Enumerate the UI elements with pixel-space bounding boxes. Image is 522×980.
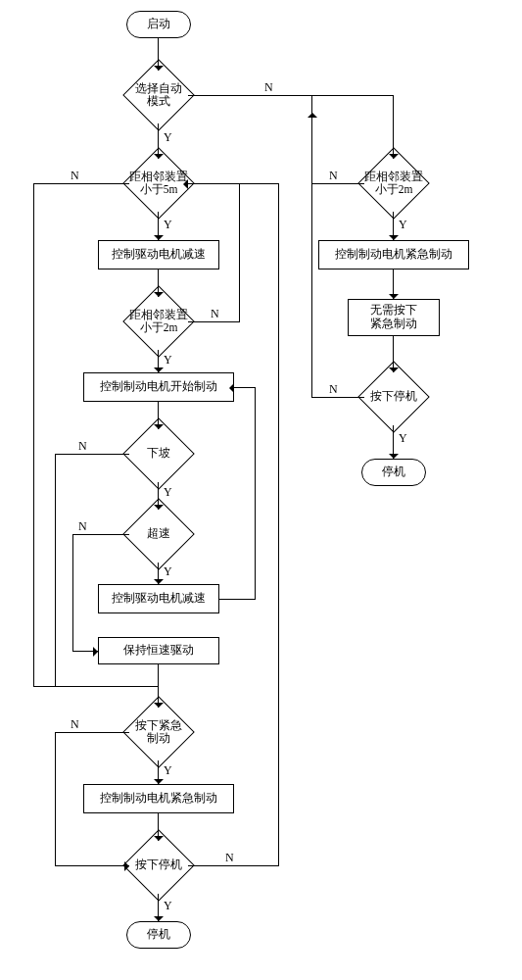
edge-label-n: N: [78, 519, 87, 534]
edge-label-n: N: [78, 439, 87, 454]
edge-label-y: Y: [164, 353, 172, 368]
decision-dist-lt-2m-left: 距相邻装置 小于2m: [124, 287, 193, 356]
edge-label-y: Y: [164, 564, 172, 579]
decision-press-stop-left: 按下停机: [124, 831, 193, 900]
decision-overspeed: 超速: [124, 500, 193, 568]
process-keep-const-speed: 保持恒速驱动: [98, 637, 219, 664]
decision-dist-lt-2m-right: 距相邻装置 小于2m: [359, 149, 428, 218]
terminator-stop-left: 停机: [126, 921, 191, 949]
edge-label-n: N: [71, 169, 79, 183]
process-ctrl-brake-emerg-left: 控制制动电机紧急制动: [83, 784, 234, 813]
edge-label-n: N: [225, 851, 234, 865]
edge-label-n: N: [329, 169, 338, 183]
process-ctrl-brake-emerg-right: 控制制动电机紧急制动: [318, 240, 469, 270]
edge-label-n: N: [264, 80, 273, 95]
edge-label-y: Y: [164, 485, 172, 500]
edge-label-y: Y: [399, 431, 407, 446]
decision-downhill: 下坡: [124, 419, 193, 488]
edge-label-n: N: [71, 717, 79, 732]
process-no-need-press-emerg: 无需按下 紧急制动: [348, 299, 440, 336]
flowchart-canvas: 启动 选择自动 模式 距相邻装置 小于5m 控制驱动电机减速 距相邻装置 小于2…: [0, 0, 522, 980]
decision-press-emerg-brake: 按下紧急 制动: [124, 698, 193, 766]
edge-label-y: Y: [164, 218, 172, 232]
edge-label-y: Y: [164, 130, 172, 145]
terminator-start: 启动: [126, 11, 191, 38]
decision-select-auto-mode: 选择自动 模式: [124, 61, 193, 129]
process-ctrl-brake-start: 控制制动电机开始制动: [83, 372, 234, 402]
terminator-stop-right: 停机: [361, 459, 426, 486]
edge-label-y: Y: [164, 899, 172, 913]
process-ctrl-drive-decel: 控制驱动电机减速: [98, 240, 219, 270]
decision-dist-lt-5m: 距相邻装置 小于5m: [124, 149, 193, 218]
process-ctrl-drive-decel-2: 控制驱动电机减速: [98, 584, 219, 613]
decision-press-stop-right: 按下停机: [359, 363, 428, 431]
edge-label-n: N: [329, 382, 338, 397]
edge-label-y: Y: [399, 218, 407, 232]
edge-label-n: N: [211, 307, 219, 321]
edge-label-y: Y: [164, 763, 172, 778]
